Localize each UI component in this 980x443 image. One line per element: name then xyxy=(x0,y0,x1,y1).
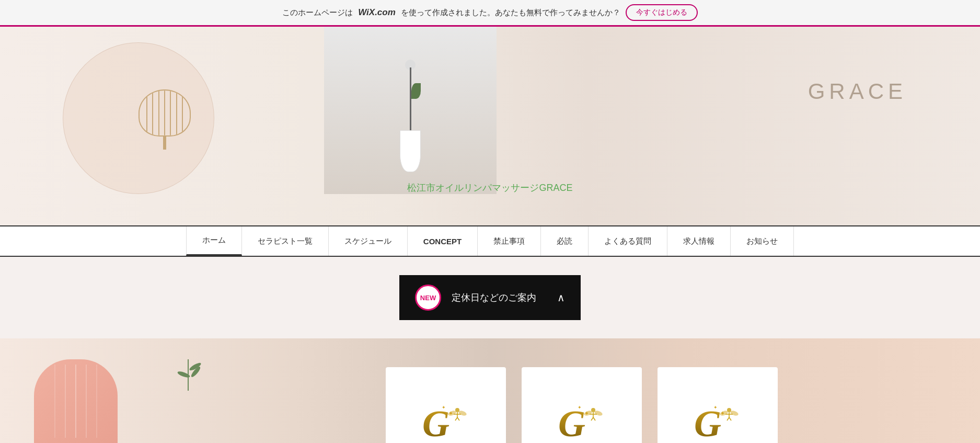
hero-photo xyxy=(324,27,497,194)
svg-text:✦: ✦ xyxy=(713,405,718,410)
bottom-section: G ✦ ✦ Grace et Luxe xyxy=(0,338,980,443)
vase-illustration xyxy=(400,60,421,172)
top-banner: このホームページは WiX.com を使って作成されました。あなたも無料で作って… xyxy=(0,0,980,27)
wix-logo-text: WiX.com xyxy=(358,7,396,17)
banner-text2: を使って作成されました。あなたも無料で作ってみませんか？ xyxy=(401,8,620,18)
svg-line-26 xyxy=(727,417,729,421)
announcement-arrow: ∧ xyxy=(557,291,565,304)
banner-text1: このホームページは xyxy=(282,8,353,18)
logo-card-3: G ✦ ✦ Grace et Luxe xyxy=(658,367,778,443)
nav-item-concept[interactable]: CONCEPT xyxy=(408,226,478,256)
nav-item-prohibited[interactable]: 禁止事項 xyxy=(478,226,541,256)
svg-point-29 xyxy=(730,410,739,416)
nav-item-faq[interactable]: よくある質問 xyxy=(589,226,667,256)
svg-line-27 xyxy=(729,417,731,421)
announcement-bar[interactable]: NEW 定休日などのご案内 ∧ xyxy=(399,275,581,320)
svg-text:✦: ✦ xyxy=(578,405,582,410)
grace-logo-text: GRACE xyxy=(808,79,907,104)
lamp-decoration xyxy=(136,89,193,157)
nav-item-recruitment[interactable]: 求人情報 xyxy=(667,226,731,256)
chair-shape xyxy=(26,359,125,443)
nav-item-schedule[interactable]: スケジュール xyxy=(329,226,408,256)
svg-line-7 xyxy=(457,417,459,421)
gel-logo-3: G ✦ ✦ Grace et Luxe xyxy=(691,399,744,444)
hero-subtitle: 松江市オイルリンパマッサージGRACE xyxy=(407,181,572,194)
logo-card-1: G ✦ ✦ Grace et Luxe xyxy=(386,367,506,443)
gel-logo-2: G ✦ ✦ Grace et Luxe xyxy=(555,399,608,444)
announcement-text: 定休日などのご案内 xyxy=(452,291,536,304)
chair-area xyxy=(16,354,183,443)
nav-item-home[interactable]: ホーム xyxy=(186,226,242,256)
main-navigation: ホーム セラピスト一覧 スケジュール CONCEPT 禁止事項 必読 よくある質… xyxy=(0,225,980,257)
nav-item-news[interactable]: お知らせ xyxy=(731,226,794,256)
svg-line-6 xyxy=(455,417,457,421)
svg-text:✦: ✦ xyxy=(442,405,446,410)
plant-decoration xyxy=(162,359,214,422)
new-badge: NEW xyxy=(415,285,441,311)
nav-item-therapist[interactable]: セラピスト一覧 xyxy=(242,226,329,256)
logos-area: G ✦ ✦ Grace et Luxe xyxy=(183,367,980,443)
svg-point-19 xyxy=(594,410,603,416)
wix-logo: WiX.com xyxy=(358,7,396,18)
gel-logo-1: G ✦ ✦ Grace et Luxe xyxy=(419,399,472,444)
svg-point-9 xyxy=(458,410,467,416)
hero-section: GRACE 松江市オイルリンパマッサージGRACE xyxy=(0,27,980,225)
logo-card-2: G ✦ ✦ Grace et Luxe xyxy=(522,367,642,443)
svg-line-17 xyxy=(593,417,595,421)
start-button[interactable]: 今すぐはじめる xyxy=(626,4,698,21)
svg-line-16 xyxy=(591,417,593,421)
nav-item-must-read[interactable]: 必読 xyxy=(541,226,589,256)
